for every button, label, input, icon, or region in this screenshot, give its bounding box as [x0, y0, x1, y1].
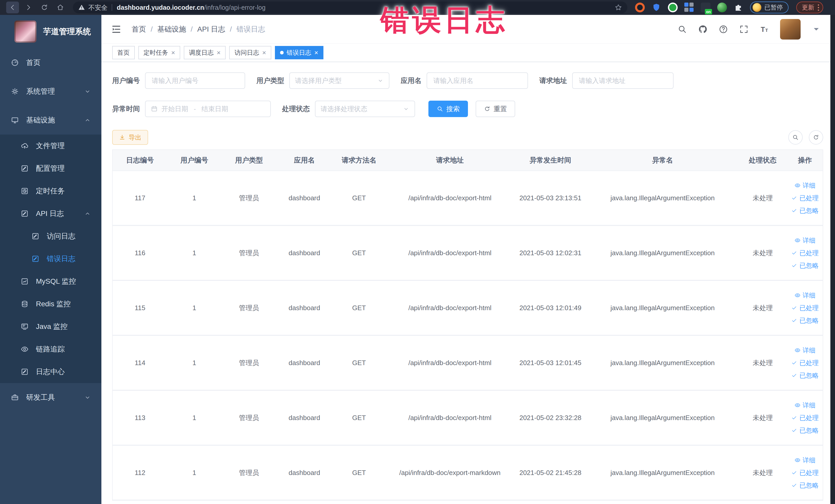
profile-paused-badge[interactable]: 已暂停 [750, 2, 789, 13]
tab-访问日志[interactable]: 访问日志× [229, 46, 271, 59]
cell-url: /api/infra/db-doc/export-html [386, 390, 514, 445]
sidebar-item[interactable]: MySQL 监控 [0, 270, 101, 293]
action-ignored-link[interactable]: 已忽略 [791, 261, 819, 270]
cell-exception: java.lang.IllegalArgumentException [587, 171, 738, 225]
github-icon[interactable] [698, 24, 708, 34]
tab-label: 错误日志 [287, 48, 311, 57]
close-icon[interactable]: × [262, 49, 266, 56]
sidebar-item[interactable]: 日志中心 [0, 361, 101, 383]
tab-错误日志[interactable]: 错误日志× [275, 46, 323, 59]
sidebar-item-label: MySQL 监控 [36, 277, 76, 286]
help-icon[interactable] [718, 24, 728, 34]
tab-定时任务[interactable]: 定时任务× [138, 46, 180, 59]
process-status-select[interactable]: 请选择处理状态 [315, 101, 415, 117]
close-icon[interactable]: × [217, 49, 221, 56]
cell-url: /api/infra/db-doc/export-html [386, 280, 514, 335]
show-search-toggle-button[interactable] [788, 130, 803, 144]
sidebar-item[interactable]: 访问日志 [0, 225, 101, 247]
eye-icon [794, 457, 801, 463]
sidebar-item[interactable]: API 日志 [0, 202, 101, 225]
eye-icon [794, 292, 801, 298]
action-detail-link[interactable]: 详细 [794, 291, 815, 300]
tab-label: 调度日志 [189, 48, 213, 57]
fullscreen-icon[interactable] [739, 24, 749, 34]
breadcrumb-item[interactable]: 基础设施 [157, 24, 186, 34]
browser-menu-icon[interactable] [818, 4, 819, 11]
sidebar-item[interactable]: 错误日志 [0, 247, 101, 270]
browser-reload-button[interactable] [38, 2, 51, 13]
refresh-table-button[interactable] [809, 130, 823, 144]
reset-button[interactable]: 重置 [476, 101, 515, 117]
browser-update-button[interactable]: 更新 [796, 2, 823, 13]
sidebar-toggle-hamburger-icon[interactable] [110, 24, 122, 35]
app-name-input[interactable] [427, 73, 528, 89]
sidebar-item[interactable]: 研发工具 [0, 383, 101, 412]
update-label: 更新 [802, 3, 814, 12]
error-log-annotation-overlay: 错误日志 [381, 4, 508, 37]
action-processed-link[interactable]: 已处理 [791, 194, 819, 202]
action-detail-link[interactable]: 详细 [794, 236, 815, 245]
sidebar-item[interactable]: Java 监控 [0, 315, 101, 338]
request-url-input[interactable] [572, 73, 674, 89]
sidebar-item[interactable]: 文件管理 [0, 135, 101, 157]
user-id-label: 用户编号 [112, 76, 140, 85]
browser-back-button[interactable] [6, 2, 19, 13]
sidebar-item[interactable]: 定时任务 [0, 180, 101, 202]
tab-首页[interactable]: 首页 [112, 46, 135, 59]
header-search-icon[interactable] [677, 24, 687, 34]
sidebar-item[interactable]: 系统管理 [0, 77, 101, 106]
font-size-icon[interactable]: TT [759, 24, 769, 34]
extensions-puzzle-icon[interactable] [734, 3, 744, 12]
browser-address-bar[interactable]: 不安全 dashboard.yudao.iocoder.cn/infra/log… [73, 2, 627, 13]
extension-shield-icon[interactable] [651, 3, 661, 12]
extension-green-circle-icon[interactable] [668, 3, 678, 12]
close-icon[interactable]: × [314, 49, 318, 56]
action-processed-link[interactable]: 已处理 [791, 414, 819, 422]
date-range-picker[interactable]: 开始日期 - 结束日期 [145, 101, 271, 117]
action-processed-link[interactable]: 已处理 [791, 249, 819, 257]
browser-home-button[interactable] [54, 2, 67, 13]
action-ignored-link[interactable]: 已忽略 [791, 481, 819, 490]
search-button[interactable]: 搜索 [428, 101, 468, 117]
browser-forward-button[interactable] [22, 2, 35, 13]
extension-on-badge-icon[interactable]: on [701, 3, 711, 12]
export-button[interactable]: 导出 [112, 130, 148, 145]
page-content: 用户编号 用户类型 请选择用户类型 应用名 请求地址 [101, 62, 830, 504]
action-detail-link[interactable]: 详细 [794, 401, 815, 409]
sidebar-item[interactable]: 基础设施 [0, 106, 101, 135]
close-icon[interactable]: × [171, 49, 175, 56]
action-processed-link[interactable]: 已处理 [791, 304, 819, 312]
toolbox-icon [11, 394, 19, 402]
extension-orange-ring-icon[interactable] [635, 3, 645, 12]
sidebar-item[interactable]: Redis 监控 [0, 293, 101, 315]
sidebar-item[interactable]: 配置管理 [0, 157, 101, 180]
sidebar-item[interactable]: 链路追踪 [0, 338, 101, 361]
action-ignored-link[interactable]: 已忽略 [791, 206, 819, 215]
tab-调度日志[interactable]: 调度日志× [184, 46, 226, 59]
user-avatar[interactable] [780, 19, 801, 40]
monitor-icon [11, 116, 19, 124]
extension-grid-icon[interactable] [684, 3, 694, 12]
user-id-input[interactable] [145, 73, 245, 89]
bookmark-star-icon[interactable] [614, 4, 622, 11]
cell-app-name: dashboard [277, 445, 332, 500]
sidebar-item-label: 访问日志 [47, 231, 76, 241]
action-processed-link[interactable]: 已处理 [791, 359, 819, 367]
sidebar-item[interactable]: 首页 [0, 48, 101, 77]
action-detail-link[interactable]: 详细 [794, 181, 815, 190]
action-detail-link[interactable]: 详细 [794, 346, 815, 355]
cell-app-name: dashboard [277, 171, 332, 225]
cell-status: 未处理 [738, 335, 787, 390]
action-ignored-link[interactable]: 已忽略 [791, 426, 819, 435]
app-logo-row[interactable]: 芋道管理系统 [0, 15, 101, 48]
action-processed-link[interactable]: 已处理 [791, 468, 819, 477]
breadcrumb-item[interactable]: 首页 [132, 24, 146, 34]
extension-leaf-icon[interactable] [717, 3, 727, 12]
user-menu-caret-icon[interactable] [811, 24, 821, 34]
action-ignored-link[interactable]: 已忽略 [791, 371, 819, 380]
action-ignored-link[interactable]: 已忽略 [791, 316, 819, 325]
url-host: dashboard.yudao.iocoder.cn [117, 4, 204, 11]
action-detail-link[interactable]: 详细 [794, 456, 815, 464]
user-type-select[interactable]: 请选择用户类型 [289, 73, 389, 89]
breadcrumb-item[interactable]: API 日志 [197, 24, 225, 34]
